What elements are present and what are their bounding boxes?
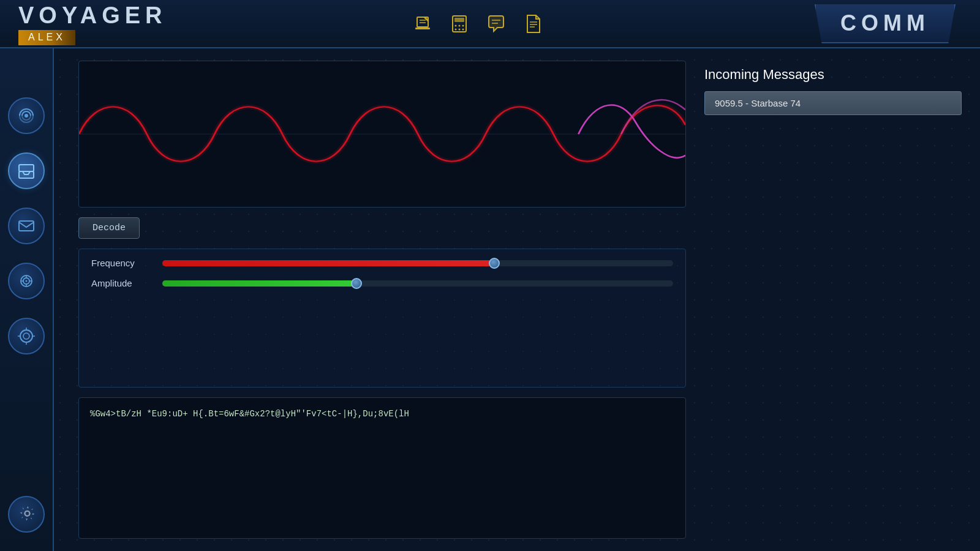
header-icons — [208, 12, 710, 36]
frequency-row: Frequency — [91, 258, 673, 268]
voyager-title: VOYAGER — [18, 2, 208, 29]
frequency-thumb[interactable] — [489, 258, 500, 269]
svg-point-36 — [25, 510, 31, 515]
svg-point-10 — [459, 28, 461, 30]
svg-point-6 — [455, 24, 457, 26]
amplitude-row: Amplitude — [91, 278, 673, 288]
edit-icon[interactable] — [410, 12, 435, 36]
svg-rect-0 — [415, 28, 430, 29]
sidebar-item-inbox[interactable] — [8, 152, 45, 189]
amplitude-label: Amplitude — [91, 278, 153, 288]
svg-point-7 — [459, 24, 461, 26]
left-panel: Decode Frequency Amplitude %Gw4>tB/zH — [78, 61, 686, 539]
main-content: Decode Frequency Amplitude %Gw4>tB/zH — [54, 48, 980, 551]
frequency-fill — [162, 260, 494, 266]
sliders-area: Frequency Amplitude — [78, 249, 686, 388]
comm-area: COMM — [710, 4, 980, 43]
chat-icon[interactable] — [484, 12, 508, 36]
controls-row: Decode — [78, 217, 686, 239]
svg-rect-5 — [454, 18, 464, 22]
svg-point-29 — [20, 330, 32, 342]
username-label: ALEX — [28, 32, 66, 42]
logo-area: VOYAGER ALEX — [0, 2, 208, 45]
waveform-display — [78, 61, 686, 208]
sidebar — [0, 48, 54, 551]
svg-point-9 — [455, 28, 457, 30]
svg-point-24 — [26, 280, 28, 282]
amplitude-fill — [162, 280, 356, 287]
svg-point-11 — [462, 28, 464, 30]
frequency-slider[interactable] — [162, 260, 673, 266]
svg-point-17 — [24, 114, 28, 118]
decoded-text-area: %Gw4>tB/zH *Eu9:uD+ H{.Bt=6wF&#Gx2?t@lyH… — [78, 397, 686, 539]
username-bar: ALEX — [18, 30, 75, 45]
svg-point-30 — [23, 333, 29, 339]
sidebar-item-signal[interactable] — [8, 97, 45, 134]
frequency-label: Frequency — [91, 258, 153, 268]
message-item[interactable]: 9059.5 - Starbase 74 — [704, 91, 962, 115]
right-panel: Incoming Messages 9059.5 - Starbase 74 — [704, 61, 962, 539]
document-icon[interactable] — [521, 12, 545, 36]
waveform-svg — [79, 61, 685, 207]
sidebar-item-settings[interactable] — [8, 496, 45, 533]
decode-button[interactable]: Decode — [78, 217, 140, 239]
svg-rect-21 — [19, 221, 34, 231]
amplitude-thumb[interactable] — [351, 278, 362, 289]
sidebar-item-comms[interactable] — [8, 263, 45, 299]
header: VOYAGER ALEX — [0, 0, 980, 48]
calculator-icon[interactable] — [447, 12, 472, 36]
comm-label: COMM — [840, 10, 930, 36]
svg-point-8 — [462, 24, 464, 26]
sidebar-item-mail[interactable] — [8, 208, 45, 244]
incoming-messages-title: Incoming Messages — [704, 67, 962, 83]
sidebar-item-target[interactable] — [8, 318, 45, 354]
amplitude-slider[interactable] — [162, 280, 673, 287]
decoded-text: %Gw4>tB/zH *Eu9:uD+ H{.Bt=6wF&#Gx2?t@lyH… — [90, 409, 409, 419]
comm-bg: COMM — [815, 4, 956, 43]
svg-rect-19 — [19, 165, 34, 171]
